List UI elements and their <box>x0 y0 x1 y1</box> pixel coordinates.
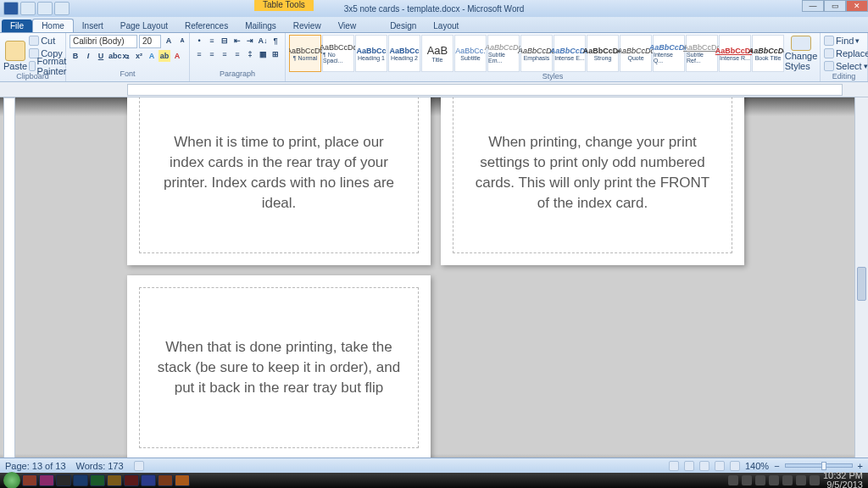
highlight-button[interactable]: ab <box>159 50 170 62</box>
taskbar-app-6[interactable] <box>107 474 122 486</box>
font-name-select[interactable]: Calibri (Body) <box>70 35 137 48</box>
document-area[interactable]: When it is time to print, place our inde… <box>0 97 868 473</box>
word-icon[interactable] <box>3 2 19 15</box>
strike-button[interactable]: abc <box>108 50 120 62</box>
zoom-level[interactable]: 140% <box>745 461 769 471</box>
vertical-ruler[interactable] <box>3 97 15 473</box>
shading-button[interactable]: ▦ <box>257 48 269 60</box>
style-strong[interactable]: AaBbCcDcStrong <box>587 35 619 72</box>
tab-insert[interactable]: Insert <box>74 19 112 32</box>
tab-view[interactable]: View <box>330 19 365 32</box>
line-spacing-button[interactable]: ‡ <box>244 48 256 60</box>
grow-font-button[interactable]: A <box>163 35 175 47</box>
style-normal[interactable]: AaBbCcDc¶ Normal <box>289 35 321 72</box>
tab-home[interactable]: Home <box>32 19 74 32</box>
taskbar-app-1[interactable] <box>22 474 37 486</box>
font-color-button[interactable]: A <box>171 50 183 62</box>
tray-icon[interactable] <box>769 475 779 485</box>
taskbar-app-5[interactable] <box>90 474 105 486</box>
bullets-button[interactable]: • <box>193 35 205 47</box>
word-count[interactable]: Words: 173 <box>76 461 124 471</box>
tray-icon[interactable] <box>782 475 793 485</box>
index-card-1[interactable]: When it is time to print, place our inde… <box>127 97 431 265</box>
style-subtle-ref[interactable]: AaBbCcDcSubtle Ref... <box>686 35 718 72</box>
horizontal-ruler[interactable] <box>127 84 843 96</box>
multilevel-button[interactable]: ⊟ <box>219 35 231 47</box>
indent-decrease-button[interactable]: ⇤ <box>231 35 243 47</box>
format-painter-button[interactable]: Format Painter <box>29 60 70 72</box>
indent-increase-button[interactable]: ⇥ <box>244 35 256 47</box>
taskbar-app-10[interactable] <box>175 474 190 486</box>
clock-date[interactable]: 9/5/2013 <box>823 480 863 488</box>
vertical-scrollbar[interactable] <box>854 97 868 473</box>
close-button[interactable]: ✕ <box>846 0 868 12</box>
tab-references[interactable]: References <box>176 19 236 32</box>
style-emphasis[interactable]: AaBbCcDcEmphasis <box>520 35 553 72</box>
align-left-button[interactable]: ≡ <box>193 48 205 60</box>
find-button[interactable]: Find ▾ <box>824 35 860 47</box>
taskbar-app-2[interactable] <box>39 474 54 486</box>
index-card-2[interactable]: When printing, change your print setting… <box>441 97 744 265</box>
style-intense-r[interactable]: AaBbCcDcIntense R... <box>719 35 751 72</box>
justify-button[interactable]: ≡ <box>231 48 243 60</box>
taskbar-app-7[interactable] <box>124 474 139 486</box>
view-outline-button[interactable] <box>715 461 725 471</box>
proofing-icon[interactable] <box>134 461 144 471</box>
tab-review[interactable]: Review <box>285 19 330 32</box>
maximize-button[interactable]: ▭ <box>824 0 846 12</box>
taskbar-app-4[interactable] <box>73 474 88 486</box>
view-print-layout-button[interactable] <box>669 461 679 471</box>
style-subtitle[interactable]: AaBbCc.Subtitle <box>454 35 487 72</box>
style-heading2[interactable]: AaBbCcHeading 2 <box>388 35 420 72</box>
superscript-button[interactable]: x² <box>133 50 145 62</box>
zoom-in-button[interactable]: + <box>858 461 863 471</box>
sort-button[interactable]: A↓ <box>257 35 269 47</box>
zoom-thumb[interactable] <box>821 462 826 470</box>
style-book-title[interactable]: AaBbCcDcBook Title <box>752 35 784 72</box>
style-title[interactable]: AaBTitle <box>421 35 453 72</box>
show-marks-button[interactable]: ¶ <box>270 35 281 47</box>
view-draft-button[interactable] <box>730 461 740 471</box>
text-effects-button[interactable]: A <box>146 50 158 62</box>
replace-button[interactable]: Replace <box>824 47 868 59</box>
font-size-select[interactable]: 20 <box>139 35 161 48</box>
italic-button[interactable]: I <box>82 50 94 62</box>
tab-layout[interactable]: Layout <box>425 19 467 32</box>
style-heading1[interactable]: AaBbCcHeading 1 <box>355 35 387 72</box>
style-intense-em[interactable]: AaBbCcDcIntense E... <box>554 35 586 72</box>
undo-button[interactable] <box>37 2 53 15</box>
tray-icon[interactable] <box>742 475 752 485</box>
zoom-slider[interactable] <box>785 463 853 468</box>
taskbar-app-3[interactable] <box>56 474 71 486</box>
save-button[interactable] <box>20 2 36 15</box>
tray-icon[interactable] <box>755 475 765 485</box>
view-full-screen-button[interactable] <box>684 461 694 471</box>
align-center-button[interactable]: ≡ <box>206 48 218 60</box>
bold-button[interactable]: B <box>70 50 81 62</box>
styles-gallery[interactable]: AaBbCcDc¶ Normal AaBbCcDc¶ No Spaci... A… <box>289 35 784 72</box>
tray-icon[interactable] <box>810 475 820 485</box>
tab-page-layout[interactable]: Page Layout <box>112 19 176 32</box>
numbering-button[interactable]: ≡ <box>206 35 218 47</box>
style-quote[interactable]: AaBbCcDcQuote <box>620 35 652 72</box>
index-card-3[interactable]: When that is done printing, take the sta… <box>127 275 431 460</box>
paste-button[interactable]: Paste <box>3 36 27 71</box>
select-button[interactable]: Select ▾ <box>824 60 868 72</box>
start-button[interactable] <box>3 472 20 488</box>
tab-design[interactable]: Design <box>381 19 425 32</box>
scrollbar-thumb[interactable] <box>857 267 866 301</box>
change-styles-button[interactable]: Change Styles <box>786 36 816 71</box>
tab-mailings[interactable]: Mailings <box>236 19 285 32</box>
taskbar-app-9[interactable] <box>158 474 173 486</box>
tab-file[interactable]: File <box>2 19 32 32</box>
view-web-button[interactable] <box>699 461 709 471</box>
style-subtle-em[interactable]: AaBbCcDcSubtle Em... <box>487 35 520 72</box>
borders-button[interactable]: ⊞ <box>270 48 281 60</box>
page-indicator[interactable]: Page: 13 of 13 <box>5 461 66 471</box>
subscript-button[interactable]: x₂ <box>120 50 132 62</box>
redo-button[interactable] <box>54 2 70 15</box>
shrink-font-button[interactable]: A <box>176 35 188 47</box>
cut-button[interactable]: Cut <box>29 35 70 47</box>
underline-button[interactable]: U <box>95 50 107 62</box>
style-no-spacing[interactable]: AaBbCcDc¶ No Spaci... <box>322 35 354 72</box>
